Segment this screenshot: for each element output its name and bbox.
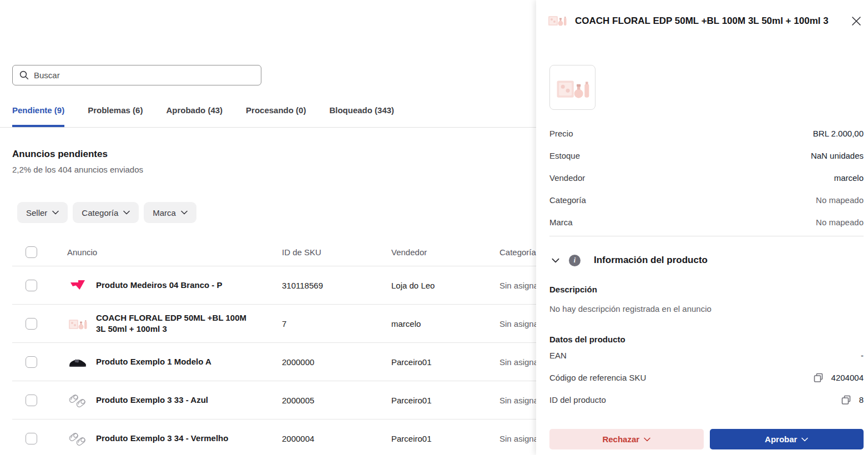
row-checkbox[interactable] — [26, 356, 37, 368]
row-checkbox[interactable] — [26, 318, 37, 330]
tab-bloqueado[interactable]: Bloqueado (343) — [329, 103, 394, 127]
filter-seller-label: Seller — [26, 208, 47, 218]
page-subtitle: 2,2% de los 404 anuncios enviados — [12, 165, 143, 174]
approve-button-label: Aprobar — [765, 434, 797, 444]
sku-ref-row: Código de referencia SKU 4204004 — [549, 366, 864, 388]
product-image-vtex-logo — [67, 274, 88, 296]
filter-marca[interactable]: Marca — [144, 202, 196, 223]
field-label: Estoque — [549, 151, 580, 160]
product-image-large[interactable] — [549, 65, 596, 110]
product-name[interactable]: Produto Exemplo 3 34 - Vermelho — [96, 433, 254, 444]
select-all-checkbox[interactable] — [26, 246, 37, 258]
filter-seller[interactable]: Seller — [17, 202, 68, 223]
search-box[interactable] — [12, 65, 261, 85]
field-value: No mapeado — [816, 195, 864, 205]
close-icon[interactable] — [849, 14, 864, 28]
search-input[interactable] — [34, 70, 254, 80]
tab-problemas[interactable]: Problemas (6) — [88, 103, 143, 127]
copy-icon[interactable] — [813, 372, 824, 383]
product-sku: 2000004 — [282, 434, 391, 443]
product-sku: 2000000 — [282, 357, 391, 367]
field-label: Precio — [549, 129, 573, 138]
drawer-footer: Rechazar Aprobar — [536, 426, 868, 455]
product-sku: 310118569 — [282, 281, 391, 290]
field-value: NaN unidades — [811, 151, 864, 160]
product-vendedor: Loja do Leo — [391, 281, 499, 290]
chevron-down-icon — [123, 210, 130, 215]
field-label: Vendedor — [549, 173, 585, 183]
ean-value: - — [861, 351, 864, 360]
chevron-down-icon — [801, 437, 808, 442]
section-title: Información del producto — [594, 255, 708, 266]
tab-procesando[interactable]: Procesando (0) — [246, 103, 306, 127]
field-value: No mapeado — [816, 218, 864, 227]
tab-aprobado[interactable]: Aprobado (43) — [166, 103, 223, 127]
field-marca: Marca No mapeado — [549, 211, 864, 233]
drawer-body: Precio BRL 2.000,00 Estoque NaN unidades… — [549, 44, 864, 455]
product-id-value: 8 — [859, 395, 864, 405]
field-label: Marca — [549, 218, 573, 227]
product-detail-drawer: COACH FLORAL EDP 50ML +BL 100M 3L 50ml +… — [536, 0, 868, 455]
column-header-anuncio: Anuncio — [67, 247, 282, 257]
page-title: Anuncios pendientes — [12, 149, 108, 160]
field-value: marcelo — [834, 173, 864, 183]
product-thumbnail-small — [547, 12, 567, 30]
field-estoque: Estoque NaN unidades — [549, 144, 864, 166]
field-precio: Precio BRL 2.000,00 — [549, 122, 864, 144]
product-image-sneakers — [67, 427, 88, 449]
filter-marca-label: Marca — [153, 208, 176, 218]
product-name[interactable]: Produto Exemplo 3 33 - Azul — [96, 395, 254, 406]
product-image-sneakers — [67, 389, 88, 411]
product-sku: 7 — [282, 319, 391, 328]
drawer-product-title: COACH FLORAL EDP 50ML +BL 100M 3L 50ml +… — [575, 16, 841, 27]
filter-bar: Seller Categoría Marca — [17, 202, 196, 223]
row-checkbox[interactable] — [26, 395, 37, 406]
divider — [549, 236, 864, 236]
search-icon — [19, 70, 29, 80]
product-id-label: ID del producto — [549, 395, 606, 405]
product-info-section-header[interactable]: i Información del producto — [549, 254, 864, 266]
drawer-header: COACH FLORAL EDP 50ML +BL 100M 3L 50ml +… — [547, 12, 864, 30]
row-checkbox[interactable] — [26, 280, 37, 291]
ean-row: EAN - — [549, 344, 864, 366]
copy-icon[interactable] — [841, 394, 852, 405]
sku-ref-value: 4204004 — [831, 373, 864, 382]
product-vendedor: marcelo — [391, 319, 499, 328]
filter-categoria[interactable]: Categoría — [73, 202, 139, 223]
reject-button-label: Rechazar — [602, 434, 639, 444]
product-name[interactable]: Produto Exemplo 1 Modelo A — [96, 356, 254, 367]
field-categoria: Categoría No mapeado — [549, 189, 864, 211]
description-empty-text: No hay descripción registrada en el anun… — [549, 304, 864, 314]
product-vendedor: Parceiro01 — [391, 434, 499, 443]
product-name[interactable]: Produto Medeiros 04 Branco - P — [96, 280, 254, 291]
chevron-down-icon — [52, 210, 59, 215]
product-id-row: ID del producto 8 — [549, 388, 864, 411]
field-value: BRL 2.000,00 — [813, 129, 864, 138]
ean-label: EAN — [549, 351, 567, 360]
field-label: Categoría — [549, 195, 586, 205]
filter-categoria-label: Categoría — [82, 208, 118, 218]
info-icon: i — [569, 255, 581, 266]
product-vendedor: Parceiro01 — [391, 357, 499, 367]
row-checkbox[interactable] — [26, 433, 37, 444]
product-image-perfume-set — [67, 312, 88, 335]
product-sku: 2000005 — [282, 396, 391, 405]
product-vendedor: Parceiro01 — [391, 396, 499, 405]
product-name[interactable]: COACH FLORAL EDP 50ML +BL 100M 3L 50ml +… — [96, 312, 254, 335]
chevron-down-icon — [181, 210, 188, 215]
field-vendedor: Vendedor marcelo — [549, 166, 864, 189]
tab-pendiente[interactable]: Pendiente (9) — [12, 103, 64, 127]
description-label: Descripción — [549, 285, 864, 294]
chevron-down-icon[interactable] — [549, 254, 562, 266]
approve-button[interactable]: Aprobar — [710, 429, 864, 449]
product-data-title: Datos del producto — [549, 335, 864, 344]
chevron-down-icon — [644, 437, 650, 442]
product-summary-fields: Precio BRL 2.000,00 Estoque NaN unidades… — [549, 122, 864, 233]
sku-ref-label: Código de referencia SKU — [549, 373, 646, 382]
reject-button[interactable]: Rechazar — [549, 429, 704, 449]
product-image-black-shoe — [67, 351, 88, 373]
column-header-sku: ID de SKU — [282, 247, 391, 257]
column-header-vendedor: Vendedor — [391, 247, 499, 257]
